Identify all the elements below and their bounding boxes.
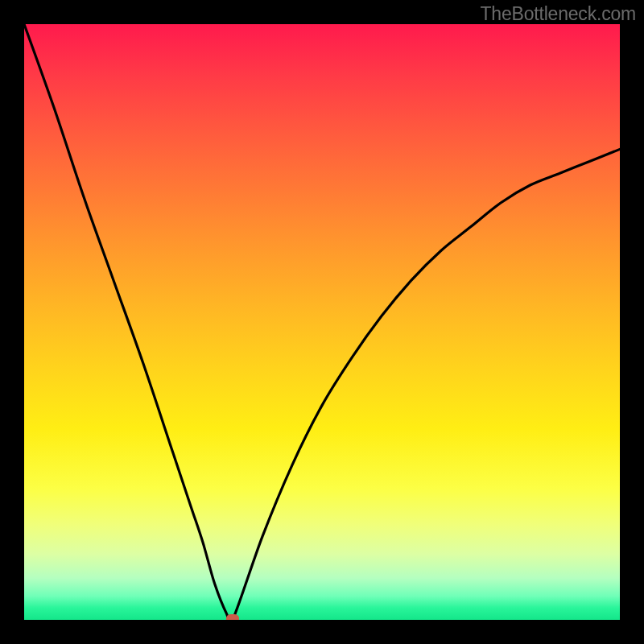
- watermark-text: TheBottleneck.com: [481, 3, 636, 25]
- bottleneck-curve: [24, 24, 620, 620]
- chart-frame: TheBottleneck.com: [0, 0, 644, 644]
- plot-area: [24, 24, 620, 620]
- minimum-marker: [226, 614, 239, 620]
